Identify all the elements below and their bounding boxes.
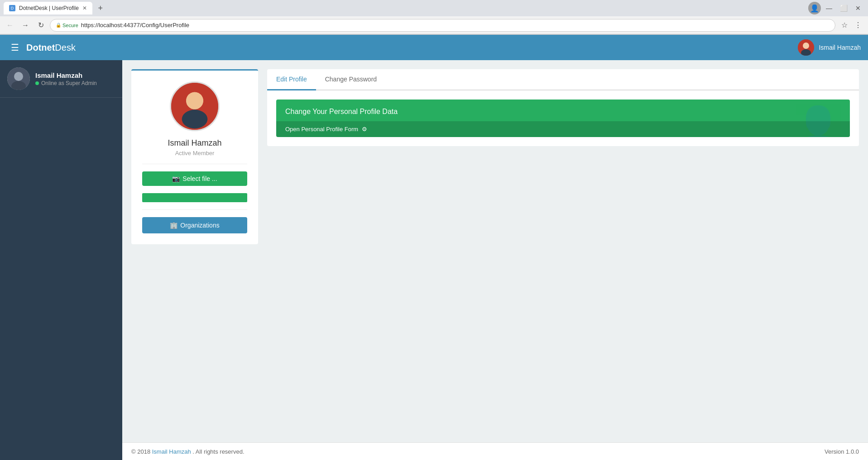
green-progress-bar [142, 193, 247, 202]
tab-title: DotnetDesk | UserProfile [19, 5, 79, 11]
sidebar-avatar-image [7, 67, 30, 90]
tab-change-password-label: Change Password [325, 76, 377, 83]
tab-favicon: D [9, 5, 15, 11]
sidebar: Ismail Hamzah Online as Super Admin [0, 60, 122, 460]
browser-titlebar: D DotnetDesk | UserProfile ✕ + 👤 — ⬜ ✕ [0, 0, 868, 16]
tab-change-password[interactable]: Change Password [316, 69, 386, 90]
bookmark-icon[interactable]: ☆ [838, 19, 851, 32]
secure-badge: Secure [56, 23, 78, 28]
profile-photo [170, 81, 220, 131]
profile-name: Ismail Hamzah [168, 138, 221, 148]
svg-point-8 [182, 110, 208, 129]
browser-chrome: D DotnetDesk | UserProfile ✕ + 👤 — ⬜ ✕ ←… [0, 0, 868, 35]
back-button[interactable]: ← [4, 19, 16, 32]
brand: DotnetDesk [26, 43, 798, 53]
sidebar-user-info: Ismail Hamzah Online as Super Admin [35, 71, 115, 86]
status-text: Online as Super Admin [41, 80, 97, 86]
svg-point-9 [186, 92, 203, 109]
tab-content: Change Your Personal Profile Data Open P… [267, 90, 859, 146]
top-avatar [798, 39, 814, 56]
tab-edit-profile[interactable]: Edit Profile [267, 69, 316, 90]
secure-label: Secure [62, 23, 78, 28]
footer-version: Version 1.0.0 [825, 448, 859, 455]
open-profile-form-button[interactable]: Open Personal Profile Form ⚙ [276, 121, 850, 137]
new-tab-button[interactable]: + [94, 2, 107, 14]
org-label: Organizations [180, 222, 219, 229]
forward-button[interactable]: → [19, 19, 32, 32]
sidebar-status: Online as Super Admin [35, 80, 115, 86]
browser-tab[interactable]: D DotnetDesk | UserProfile ✕ [4, 2, 92, 14]
svg-point-1 [803, 43, 809, 49]
gear-icon: ⚙ [362, 126, 367, 133]
close-button[interactable]: ✕ [852, 2, 864, 14]
profile-role: Active Member [175, 150, 215, 156]
browser-toolbar: ← → ↻ Secure https://localhost:44377/Con… [0, 16, 868, 34]
footer: © 2018 Ismail Hamzah . All rights reserv… [122, 442, 868, 460]
hamburger-button[interactable]: ☰ [7, 38, 23, 57]
page-body: Ismail Hamzah Active Member 📷 Select fil… [122, 60, 868, 442]
chrome-user-icon[interactable]: 👤 [808, 2, 821, 14]
page-wrapper: Ismail Hamzah Active Member 📷 Select fil… [122, 60, 868, 460]
top-user-menu[interactable]: Ismail Hamzah [798, 39, 861, 56]
profile-form-card: Change Your Personal Profile Data Open P… [276, 100, 850, 137]
tab-close-button[interactable]: ✕ [82, 5, 87, 11]
sidebar-username: Ismail Hamzah [35, 71, 115, 79]
brand-suffix: Desk [55, 43, 76, 52]
footer-rights: . All rights reserved. [192, 448, 244, 455]
app: ☰ DotnetDesk Ismail Hamzah [0, 35, 868, 460]
minimize-button[interactable]: — [823, 2, 835, 14]
select-file-button[interactable]: 📷 Select file ... [142, 171, 247, 186]
window-controls: 👤 — ⬜ ✕ [808, 2, 864, 14]
profile-card: Ismail Hamzah Active Member 📷 Select fil… [131, 69, 258, 244]
profile-form-title: Change Your Personal Profile Data [285, 108, 841, 116]
profile-form-header: Change Your Personal Profile Data [276, 100, 850, 121]
main-panel: Edit Profile Change Password Change Your… [267, 69, 859, 146]
toolbar-actions: ☆ ⋮ [838, 19, 864, 32]
main-content: Ismail Hamzah Online as Super Admin [0, 60, 868, 460]
copyright-text: © 2018 [131, 448, 150, 455]
brand-prefix: Dotnet [26, 43, 55, 52]
top-username: Ismail Hamzah [819, 44, 861, 51]
organizations-button[interactable]: 🏢 Organizations [142, 217, 247, 233]
profile-photo-image [171, 81, 218, 131]
sidebar-user-section: Ismail Hamzah Online as Super Admin [0, 60, 122, 98]
footer-owner-link[interactable]: Ismail Hamzah [152, 448, 191, 455]
footer-copyright: © 2018 Ismail Hamzah . All rights reserv… [131, 448, 245, 455]
profile-divider [142, 164, 247, 164]
status-dot [35, 81, 39, 85]
open-form-label: Open Personal Profile Form [285, 126, 358, 133]
tab-bar: Edit Profile Change Password [267, 69, 859, 90]
address-bar[interactable]: Secure https://localhost:44377/Config/Us… [50, 19, 835, 32]
refresh-button[interactable]: ↻ [34, 19, 47, 32]
maximize-button[interactable]: ⬜ [837, 2, 850, 14]
org-icon: 🏢 [170, 222, 177, 229]
profile-divider-2 [142, 209, 247, 210]
url-text: https://localhost:44377/Config/UserProfi… [81, 22, 830, 28]
camera-icon: 📷 [172, 175, 180, 182]
sidebar-avatar [7, 67, 30, 90]
tab-edit-profile-label: Edit Profile [276, 76, 307, 83]
top-nav: ☰ DotnetDesk Ismail Hamzah [0, 35, 868, 60]
svg-point-4 [14, 72, 23, 81]
menu-icon[interactable]: ⋮ [852, 19, 864, 32]
avatar-image [798, 39, 814, 56]
select-file-label: Select file ... [182, 175, 217, 182]
